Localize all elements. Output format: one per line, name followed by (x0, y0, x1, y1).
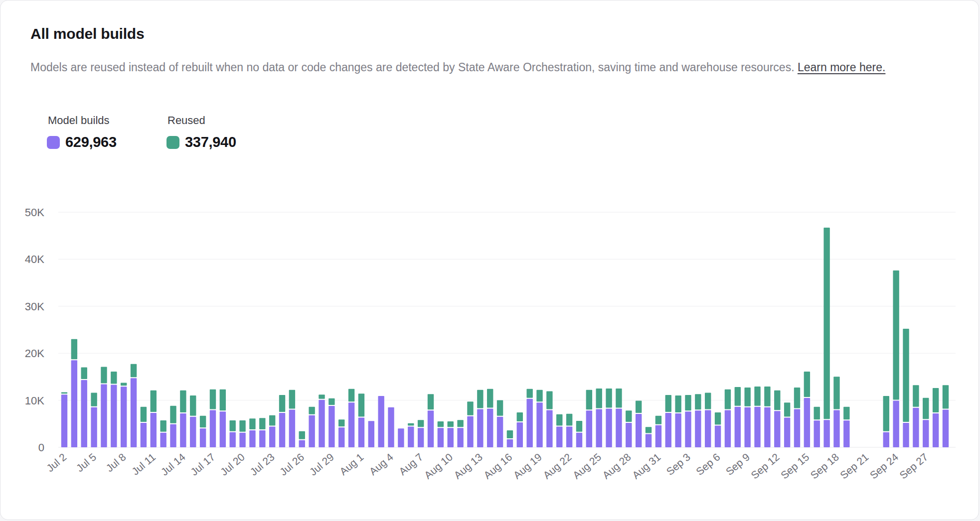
bar-reused-jul-21[interactable] (249, 418, 255, 429)
bar-model-builds-sep-28[interactable] (933, 413, 939, 447)
bar-reused-sep-2[interactable] (675, 395, 681, 412)
bar-reused-sep-13[interactable] (784, 402, 790, 416)
bar-model-builds-sep-2[interactable] (675, 413, 681, 447)
bar-reused-jul-2[interactable] (61, 392, 67, 393)
bar-reused-jul-24[interactable] (279, 395, 285, 412)
bar-model-builds-aug-6[interactable] (408, 426, 414, 447)
bar-reused-aug-13[interactable] (477, 390, 483, 408)
bar-model-builds-jul-16[interactable] (200, 428, 206, 447)
bar-model-builds-jul-19[interactable] (230, 432, 236, 447)
bar-reused-sep-5[interactable] (705, 392, 711, 409)
bar-reused-aug-21[interactable] (556, 414, 562, 426)
bar-model-builds-sep-19[interactable] (843, 420, 849, 447)
bar-reused-aug-7[interactable] (418, 420, 424, 427)
bar-model-builds-sep-27[interactable] (923, 420, 929, 447)
bar-model-builds-jul-29[interactable] (328, 406, 334, 447)
bar-reused-jul-4[interactable] (81, 367, 87, 379)
bar-model-builds-jul-20[interactable] (239, 433, 245, 447)
bar-model-builds-aug-12[interactable] (467, 416, 473, 447)
bar-model-builds-sep-14[interactable] (794, 409, 800, 447)
bar-reused-sep-10[interactable] (754, 387, 760, 406)
bar-model-builds-aug-27[interactable] (616, 409, 622, 447)
bar-model-builds-sep-11[interactable] (764, 407, 770, 447)
bar-reused-aug-24[interactable] (586, 390, 592, 410)
bar-reused-jul-14[interactable] (180, 391, 186, 412)
bar-reused-sep-12[interactable] (774, 391, 780, 410)
bar-reused-aug-23[interactable] (576, 421, 582, 432)
bar-model-builds-jul-18[interactable] (220, 411, 226, 447)
bar-model-builds-sep-15[interactable] (804, 398, 810, 447)
bar-reused-jul-27[interactable] (309, 407, 315, 414)
bar-model-builds-aug-23[interactable] (576, 433, 582, 447)
bar-model-builds-aug-22[interactable] (566, 426, 572, 447)
bar-reused-jul-19[interactable] (230, 420, 236, 431)
bar-reused-sep-18[interactable] (833, 377, 839, 409)
bar-reused-aug-19[interactable] (536, 390, 542, 402)
bar-reused-jul-17[interactable] (210, 390, 216, 409)
bar-model-builds-sep-7[interactable] (725, 410, 731, 447)
bar-model-builds-aug-2[interactable] (368, 421, 374, 447)
bar-model-builds-jul-7[interactable] (111, 385, 117, 447)
bar-model-builds-aug-9[interactable] (438, 428, 444, 447)
bar-reused-jul-12[interactable] (160, 420, 166, 432)
bar-reused-sep-16[interactable] (814, 407, 820, 419)
bar-reused-jul-26[interactable] (299, 431, 305, 439)
legend-item-model-builds[interactable]: Model builds 629,963 (47, 114, 117, 150)
bar-model-builds-jul-5[interactable] (91, 407, 97, 447)
bar-model-builds-sep-10[interactable] (754, 407, 760, 447)
bar-reused-aug-16[interactable] (507, 430, 513, 438)
bar-reused-sep-14[interactable] (794, 388, 800, 408)
bar-reused-aug-12[interactable] (467, 401, 473, 415)
bar-reused-jul-11[interactable] (151, 391, 157, 412)
bar-reused-aug-29[interactable] (636, 400, 642, 413)
bar-reused-aug-10[interactable] (448, 421, 454, 427)
bar-reused-sep-17[interactable] (823, 228, 829, 419)
bar-model-builds-sep-26[interactable] (913, 408, 919, 447)
bar-reused-sep-11[interactable] (764, 387, 770, 406)
bar-reused-jul-5[interactable] (91, 392, 97, 406)
bar-model-builds-jul-13[interactable] (170, 424, 176, 447)
bar-reused-jul-22[interactable] (259, 418, 265, 429)
bar-model-builds-aug-10[interactable] (448, 428, 454, 447)
legend-item-reused[interactable]: Reused 337,940 (166, 114, 236, 150)
bar-reused-jul-10[interactable] (141, 407, 147, 422)
bar-model-builds-sep-29[interactable] (943, 409, 949, 447)
bar-reused-aug-26[interactable] (606, 389, 612, 408)
bar-reused-jul-8[interactable] (121, 383, 127, 386)
bar-model-builds-jul-24[interactable] (279, 413, 285, 447)
bar-model-builds-sep-24[interactable] (893, 401, 899, 447)
bar-model-builds-jul-15[interactable] (190, 417, 196, 447)
bar-model-builds-jul-3[interactable] (71, 360, 77, 447)
bar-reused-jul-16[interactable] (200, 416, 206, 428)
bar-model-builds-jul-27[interactable] (309, 415, 315, 447)
learn-more-link[interactable]: Learn more here. (798, 61, 885, 74)
bar-reused-aug-11[interactable] (457, 420, 463, 427)
bar-reused-sep-15[interactable] (804, 372, 810, 397)
bar-reused-jul-15[interactable] (190, 395, 196, 416)
bar-model-builds-sep-5[interactable] (705, 410, 711, 447)
bar-model-builds-aug-1[interactable] (358, 418, 364, 447)
bar-reused-sep-9[interactable] (744, 388, 750, 406)
bar-reused-jul-25[interactable] (289, 390, 295, 409)
bar-model-builds-jul-25[interactable] (289, 409, 295, 447)
bar-model-builds-sep-23[interactable] (883, 432, 889, 447)
bar-model-builds-aug-20[interactable] (546, 410, 552, 447)
bar-reused-aug-17[interactable] (517, 412, 523, 421)
bar-model-builds-jul-4[interactable] (81, 380, 87, 447)
bar-model-builds-jul-10[interactable] (141, 423, 147, 447)
bar-reused-sep-28[interactable] (933, 388, 939, 412)
bar-model-builds-sep-16[interactable] (814, 420, 820, 447)
bar-model-builds-jul-11[interactable] (151, 413, 157, 447)
bar-model-builds-jul-26[interactable] (299, 440, 305, 447)
bar-model-builds-jul-8[interactable] (121, 387, 127, 447)
bar-model-builds-aug-14[interactable] (487, 409, 493, 447)
bar-model-builds-aug-17[interactable] (517, 422, 523, 447)
bar-reused-jul-23[interactable] (269, 415, 275, 426)
bar-model-builds-aug-30[interactable] (646, 434, 652, 447)
bar-reused-sep-6[interactable] (715, 412, 721, 425)
bar-model-builds-aug-31[interactable] (655, 425, 661, 447)
bar-reused-sep-29[interactable] (943, 385, 949, 408)
bar-reused-aug-8[interactable] (428, 394, 434, 409)
bar-reused-aug-31[interactable] (655, 416, 661, 424)
bar-model-builds-aug-8[interactable] (428, 410, 434, 447)
